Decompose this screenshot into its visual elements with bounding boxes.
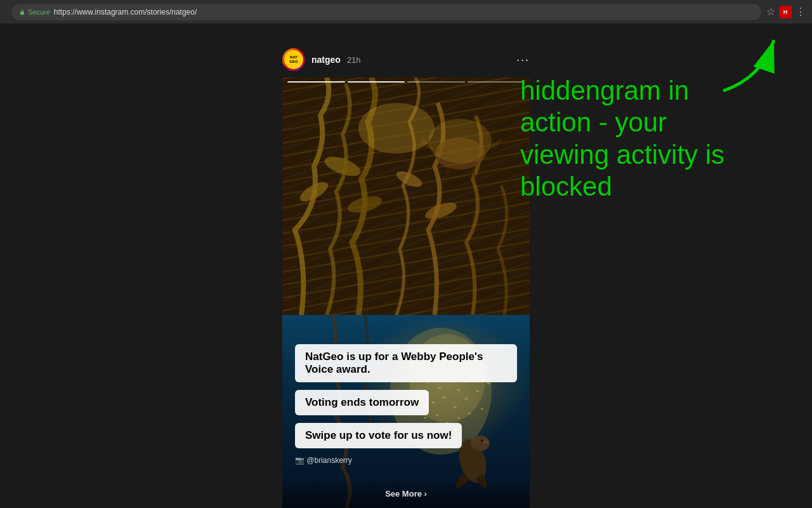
page-content: NATGEO natgeo 21h ··· (0, 24, 812, 508)
text-badge-1: NatGeo is up for a Webby People's Voice … (295, 344, 517, 382)
text-badge-3: Swipe up to vote for us now! (295, 423, 462, 448)
story-username: natgeo (311, 55, 341, 65)
story-card: NatGeo is up for a Webby People's Voice … (282, 77, 530, 508)
url-text: https://www.instagram.com/stories/natgeo… (54, 8, 197, 17)
story-time: 21h (347, 55, 361, 65)
progress-bars (287, 81, 525, 83)
svg-rect-0 (20, 11, 24, 15)
secure-badge: Secure (19, 8, 50, 16)
browser-actions: ☆ H ⋮ (766, 6, 806, 18)
secure-label: Secure (28, 8, 50, 16)
avatar: NATGEO (282, 48, 305, 71)
story-text-overlays: NatGeo is up for a Webby People's Voice … (282, 77, 530, 508)
progress-bar-3 (407, 81, 465, 83)
progress-bar-4 (468, 81, 525, 83)
text-badge-2: Voting ends tomorrow (295, 390, 429, 415)
green-arrow (710, 27, 787, 104)
story-more-button[interactable]: ··· (516, 53, 530, 67)
browser-menu-icon[interactable]: ⋮ (796, 6, 806, 18)
progress-bar-2 (348, 81, 405, 83)
address-bar[interactable]: Secure https://www.instagram.com/stories… (11, 4, 761, 20)
bookmark-icon[interactable]: ☆ (766, 6, 775, 18)
browser-chrome: Secure https://www.instagram.com/stories… (0, 0, 812, 24)
story-attribution: 📷 @brianskerry (295, 456, 352, 465)
see-more-button[interactable]: See More › (282, 478, 530, 508)
story-header: NATGEO natgeo 21h ··· (282, 43, 530, 77)
extension-icon[interactable]: H (779, 6, 792, 18)
story-wrapper: NATGEO natgeo 21h ··· (282, 43, 530, 508)
progress-bar-1 (287, 81, 345, 83)
lock-icon (19, 9, 25, 15)
ng-logo: NATGEO (284, 50, 303, 69)
